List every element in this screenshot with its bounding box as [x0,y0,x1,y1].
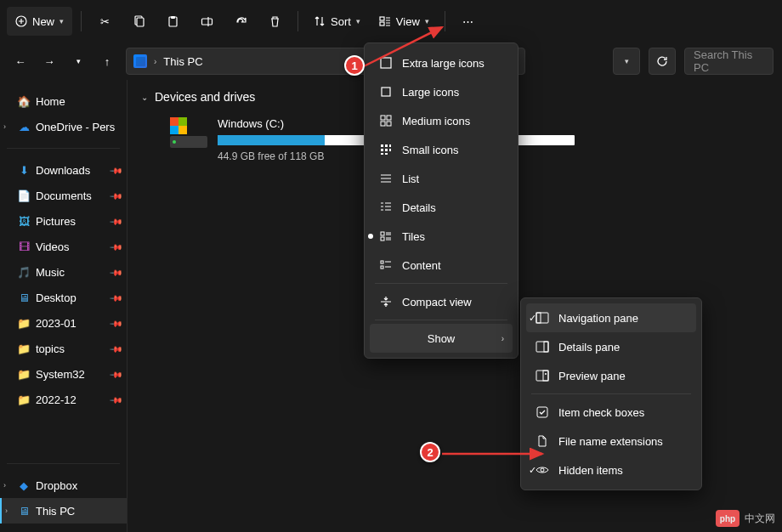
more-button[interactable]: ⋯ [454,7,483,36]
share-button[interactable] [226,7,255,36]
sidebar-item-folder[interactable]: 📁topics📌 [0,336,127,361]
copy-icon [133,15,145,28]
chevron-right-icon: › [5,507,8,515]
folder-icon: 📁 [17,393,31,406]
home-icon: 🏠 [17,94,31,108]
pin-icon: 📌 [110,367,123,381]
recent-button[interactable]: ▾ [70,53,87,70]
detailspane-icon [535,341,550,353]
chevron-right-icon: › [502,334,504,343]
menu-item-compact-view[interactable]: Compact view [370,287,513,316]
pin-icon: 📌 [110,291,123,304]
windows-logo-icon [170,117,187,134]
sidebar-item-home[interactable]: 🏠 Home [0,88,127,114]
search-placeholder: Search This PC [694,48,764,74]
separator [81,11,82,31]
more-icon: ⋯ [462,15,473,28]
svg-rect-15 [385,144,388,147]
menu-item-details-pane[interactable]: Details pane [526,332,696,361]
sidebar-item-pictures[interactable]: 🖼Pictures📌 [0,208,127,234]
up-button[interactable]: ↑ [99,53,116,70]
share-icon [235,15,247,28]
menu-item-label: Compact view [402,296,472,308]
view-button[interactable]: View ▾ [372,7,436,36]
pin-icon: 📌 [110,393,123,406]
view-menu: Extra large icons Large icons Medium ico… [364,42,518,359]
svg-rect-11 [387,116,391,120]
menu-item-hidden-items[interactable]: ✓Hidden items [526,456,696,484]
chevron-down-icon: ⌄ [141,93,148,102]
sidebar: 🏠 Home › ☁ OneDrive - Pers ⬇Downloads📌 📄… [0,80,128,532]
menu-item-details[interactable]: Details [370,193,513,222]
paste-button[interactable] [158,7,187,36]
folder-icon: 📁 [17,342,31,355]
sidebar-item-onedrive[interactable]: › ☁ OneDrive - Pers [0,114,127,139]
menu-item-content[interactable]: Content [370,251,513,280]
menu-item-preview-pane[interactable]: Preview pane [526,361,696,390]
svg-rect-28 [536,342,548,352]
refresh-icon [656,55,668,67]
menu-item-label: Details [402,201,436,214]
svg-rect-8 [381,58,391,68]
svg-point-32 [545,373,547,375]
sidebar-item-label: Home [36,95,65,108]
sidebar-item-dropbox[interactable]: ›◆Dropbox [0,473,127,498]
menu-item-label: Extra large icons [402,57,484,70]
menu-item-medium-icons[interactable]: Medium icons [370,106,513,135]
sidebar-item-folder[interactable]: 📁2022-12📌 [0,387,127,412]
chevron-down-icon: ▾ [425,17,429,25]
svg-rect-12 [381,122,385,126]
view-label: View [396,15,420,28]
refresh-button[interactable] [649,48,676,75]
sidebar-item-documents[interactable]: 📄Documents📌 [0,183,127,208]
menu-item-file-name-extensions[interactable]: File name extensions [526,427,696,456]
svg-rect-17 [381,149,383,151]
cut-button[interactable]: ✂ [90,7,119,36]
view-icon [379,15,391,27]
menu-separator [531,393,691,394]
dropbox-icon: ◆ [17,478,31,492]
pictures-icon: 🖼 [17,214,31,228]
sidebar-item-label: topics [36,342,65,355]
videos-icon: 🎞 [17,240,31,253]
menu-item-show[interactable]: Show› [370,324,513,353]
sidebar-item-label: Dropbox [36,479,77,492]
delete-button[interactable] [260,7,289,36]
menu-item-tiles[interactable]: Tiles [370,222,513,251]
back-button[interactable]: ← [12,53,29,70]
sidebar-item-desktop[interactable]: 🖥Desktop📌 [0,285,127,310]
menu-item-item-check-boxes[interactable]: Item check boxes [526,398,696,427]
pin-icon: 📌 [110,342,123,355]
menu-item-navigation-pane[interactable]: ✓Navigation pane [526,303,696,332]
sidebar-item-downloads[interactable]: ⬇Downloads📌 [0,157,127,183]
menu-item-extra-large-icons[interactable]: Extra large icons [370,48,513,77]
sidebar-item-folder[interactable]: 📁System32📌 [0,361,127,387]
svg-rect-5 [201,19,212,25]
svg-rect-26 [536,313,548,323]
sort-button[interactable]: Sort ▾ [307,7,367,36]
documents-icon: 📄 [17,189,31,202]
address-dropdown-button[interactable]: ▾ [613,48,640,75]
svg-rect-22 [381,232,384,235]
copy-button[interactable] [124,7,153,36]
sidebar-item-folder[interactable]: 📁2023-01📌 [0,310,127,336]
forward-button[interactable]: → [41,53,58,70]
sidebar-item-videos[interactable]: 🎞Videos📌 [0,234,127,259]
pin-icon: 📌 [110,240,123,253]
watermark-text: 中文网 [745,512,775,526]
sidebar-item-music[interactable]: 🎵Music📌 [0,259,127,285]
rename-button[interactable] [192,7,221,36]
watermark-logo: php [716,510,740,527]
new-button[interactable]: New ▾ [7,7,72,36]
menu-item-large-icons[interactable]: Large icons [370,77,513,106]
thispc-icon: 🖥 [17,504,31,518]
menu-item-list[interactable]: List [370,164,513,193]
sort-icon [314,15,326,27]
compact-icon [378,296,394,308]
sidebar-item-thispc[interactable]: ›🖥This PC [0,498,127,524]
menu-item-label: Small icons [402,144,458,156]
search-input[interactable]: Search This PC [684,48,774,75]
pin-icon: 📌 [110,214,123,228]
menu-item-small-icons[interactable]: Small icons [370,135,513,164]
nav-arrows: ← → ▾ ↑ [8,53,117,70]
